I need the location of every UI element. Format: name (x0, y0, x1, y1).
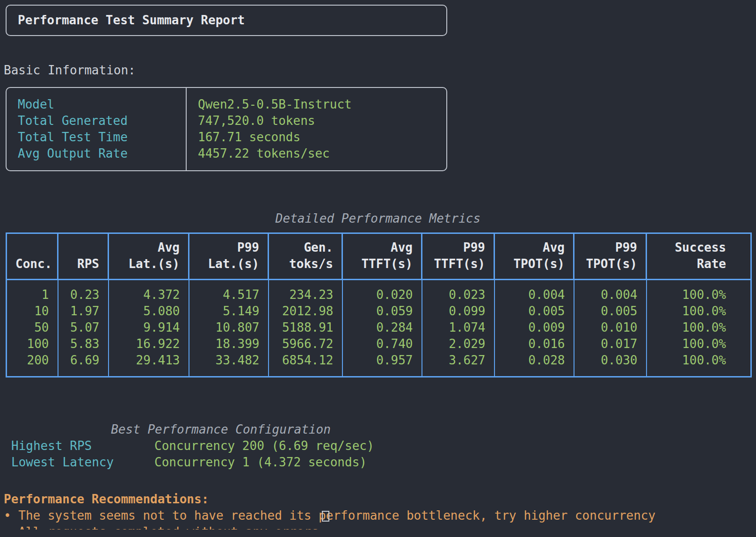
metrics-column-header: RPS (58, 233, 109, 280)
metrics-cell: 0.030 (574, 352, 647, 377)
metrics-cell: 100.0% (647, 303, 751, 319)
recommendations-heading: Performance Recommendations: (4, 491, 756, 508)
metrics-cell: 1.97 (58, 303, 109, 319)
partial-output-line: • All requests completed without any err… (4, 524, 756, 530)
best-config-section: Best Performance Configuration Highest R… (0, 421, 442, 471)
metrics-cell: 100 (7, 336, 58, 352)
best-config-row: Lowest LatencyConcurrency 1 (4.372 secon… (0, 454, 442, 471)
best-config-title: Best Performance Configuration (0, 421, 442, 438)
metrics-cell: 2.029 (422, 336, 494, 352)
metrics-cell: 0.740 (342, 336, 422, 352)
info-value: 4457.22 tokens/sec (198, 145, 435, 162)
metrics-cell: 29.413 (109, 352, 189, 377)
basic-info-values: Qwen2.5-0.5B-Instruct747,520.0 tokens167… (187, 88, 446, 170)
recommendation-list: • The system seems not to have reached i… (4, 508, 756, 524)
metrics-column-header: Avg TTFT(s) (342, 233, 422, 280)
metrics-cell: 0.023 (422, 280, 494, 304)
metrics-cell: 5.07 (58, 319, 109, 336)
info-value: 747,520.0 tokens (198, 113, 435, 129)
metrics-cell: 0.957 (342, 352, 422, 377)
metrics-cell: 0.099 (422, 303, 494, 319)
metrics-cell: 0.059 (342, 303, 422, 319)
metrics-cell: 10 (7, 303, 58, 319)
metrics-header-row: Conc.RPSAvg Lat.(s)P99 Lat.(s)Gen. toks/… (7, 233, 751, 280)
metrics-column-header: P99 TPOT(s) (574, 233, 647, 280)
recommendation-item: • The system seems not to have reached i… (4, 508, 756, 524)
metrics-cell: 0.004 (494, 280, 574, 304)
metrics-column-header: P99 TTFT(s) (422, 233, 494, 280)
recommendations-section: Performance Recommendations: • The syste… (4, 491, 756, 530)
metrics-table: Conc.RPSAvg Lat.(s)P99 Lat.(s)Gen. toks/… (6, 232, 752, 377)
info-key: Total Generated (18, 113, 174, 129)
metrics-cell: 234.23 (269, 280, 342, 304)
metrics-cell: 0.009 (494, 319, 574, 336)
metrics-row: 101.975.0805.1492012.980.0590.0990.0050.… (7, 303, 751, 319)
metrics-cell: 0.23 (58, 280, 109, 304)
metrics-row: 2006.6929.41333.4826854.120.9573.6270.02… (7, 352, 751, 377)
info-key: Avg Output Rate (18, 145, 174, 162)
metrics-cell: 100.0% (647, 319, 751, 336)
best-config-key: Lowest Latency (0, 454, 154, 471)
metrics-cell: 5.149 (189, 303, 269, 319)
basic-info-heading: Basic Information: (4, 62, 756, 79)
metrics-cell: 5966.72 (269, 336, 342, 352)
best-config-key: Highest RPS (0, 438, 154, 454)
metrics-cell: 0.004 (574, 280, 647, 304)
metrics-column-header: Gen. toks/s (269, 233, 342, 280)
basic-info-table: ModelTotal GeneratedTotal Test TimeAvg O… (6, 87, 447, 171)
metrics-cell: 0.005 (494, 303, 574, 319)
metrics-cell: 0.020 (342, 280, 422, 304)
metrics-cell: 0.010 (574, 319, 647, 336)
metrics-cell: 0.005 (574, 303, 647, 319)
metrics-cell: 0.284 (342, 319, 422, 336)
terminal-cursor-icon (322, 511, 329, 522)
metrics-cell: 0.017 (574, 336, 647, 352)
metrics-cell: 10.807 (189, 319, 269, 336)
metrics-cell: 2012.98 (269, 303, 342, 319)
metrics-section-title: Detailed Performance Metrics (6, 210, 750, 227)
info-value: 167.71 seconds (198, 129, 435, 145)
best-config-value: Concurrency 1 (4.372 seconds) (154, 454, 367, 471)
metrics-cell: 5.83 (58, 336, 109, 352)
best-config-value: Concurrency 200 (6.69 req/sec) (154, 438, 374, 454)
metrics-column-header: Success Rate (647, 233, 751, 280)
metrics-cell: 1 (7, 280, 58, 304)
basic-info-keys: ModelTotal GeneratedTotal Test TimeAvg O… (7, 88, 187, 170)
report-title-box: Performance Test Summary Report (6, 5, 447, 36)
metrics-cell: 16.922 (109, 336, 189, 352)
metrics-cell: 0.028 (494, 352, 574, 377)
metrics-cell: 33.482 (189, 352, 269, 377)
metrics-cell: 200 (7, 352, 58, 377)
metrics-cell: 6854.12 (269, 352, 342, 377)
metrics-cell: 50 (7, 319, 58, 336)
best-config-row: Highest RPSConcurrency 200 (6.69 req/sec… (0, 438, 442, 454)
best-config-rows: Highest RPSConcurrency 200 (6.69 req/sec… (0, 438, 442, 471)
metrics-cell: 100.0% (647, 336, 751, 352)
metrics-cell: 18.399 (189, 336, 269, 352)
terminal-window: { "report": { "title": "Performance Test… (0, 0, 756, 537)
metrics-body: 10.234.3724.517234.230.0200.0230.0040.00… (7, 280, 751, 377)
metrics-cell: 1.074 (422, 319, 494, 336)
metrics-column-header: Conc. (7, 233, 58, 280)
metrics-column-header: Avg TPOT(s) (494, 233, 574, 280)
metrics-cell: 100.0% (647, 280, 751, 304)
metrics-cell: 6.69 (58, 352, 109, 377)
report-title: Performance Test Summary Report (18, 12, 435, 29)
metrics-cell: 5188.91 (269, 319, 342, 336)
metrics-cell: 4.517 (189, 280, 269, 304)
info-key: Total Test Time (18, 129, 174, 145)
metrics-row: 505.079.91410.8075188.910.2841.0740.0090… (7, 319, 751, 336)
metrics-cell: 100.0% (647, 352, 751, 377)
metrics-cell: 3.627 (422, 352, 494, 377)
info-value: Qwen2.5-0.5B-Instruct (198, 96, 435, 113)
metrics-cell: 0.016 (494, 336, 574, 352)
metrics-row: 1005.8316.92218.3995966.720.7402.0290.01… (7, 336, 751, 352)
metrics-column-header: P99 Lat.(s) (189, 233, 269, 280)
info-key: Model (18, 96, 174, 113)
metrics-cell: 4.372 (109, 280, 189, 304)
metrics-row: 10.234.3724.517234.230.0200.0230.0040.00… (7, 280, 751, 304)
metrics-cell: 5.080 (109, 303, 189, 319)
metrics-cell: 9.914 (109, 319, 189, 336)
metrics-column-header: Avg Lat.(s) (109, 233, 189, 280)
